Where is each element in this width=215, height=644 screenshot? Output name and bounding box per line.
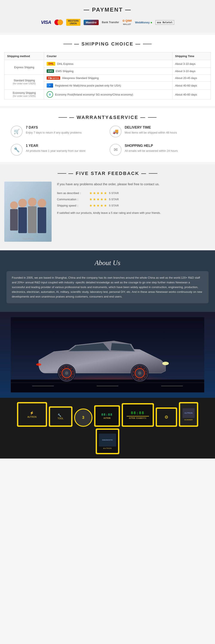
- star-badge-communication: 5 STAR: [109, 198, 119, 201]
- product-item: AUTRON SCANNER: [179, 402, 198, 427]
- svg-rect-8: [38, 207, 46, 233]
- western-union-icon: WESTERNUNION: [66, 18, 80, 26]
- warranty-item-help: ✉ SHOPPING HELP All emails will be answe…: [110, 144, 204, 156]
- about-title: About Us: [7, 259, 208, 267]
- warranty-year-title: 1 YEAR: [26, 144, 85, 148]
- warranty-delivery-desc: Most items will be shipped within 48 hou…: [125, 130, 177, 135]
- qiwi-icon: ⊙ QIWIWALLET: [122, 18, 132, 26]
- divider-right: [143, 44, 152, 44]
- col-courier: Courier: [44, 52, 172, 60]
- warranty-days-text: 7 DAYS Enjoy 7 days to return if any qua…: [26, 126, 82, 135]
- svg-rect-6: [28, 206, 37, 233]
- warranty-delivery-text: DELIVERY TIME Most items will be shipped…: [125, 126, 177, 135]
- fivestar-content: Team Photo If you have any problems abou…: [4, 182, 211, 242]
- star-badge-described: 5 STAR: [109, 192, 119, 195]
- boletol-icon: ▮▮▮ Boletol: [155, 18, 174, 26]
- about-body: Founded in 2005, we are based in Shangha…: [7, 271, 208, 303]
- fivestar-footer: If satisfied with our products, kindly l…: [57, 211, 211, 215]
- method-express: Express Shipping: [5, 60, 44, 75]
- fivestar-intro: If you have any problems about the order…: [57, 182, 211, 187]
- truck-icon: 🚚: [110, 126, 121, 138]
- svg-point-23: [162, 362, 169, 365]
- table-row: Econnomy Shipping(for order over USD5) 🌐…: [5, 90, 211, 100]
- svg-point-1: [10, 201, 18, 209]
- time-dhl: About 3-10 days: [172, 60, 211, 68]
- product-item: ⚙: [156, 408, 177, 427]
- warranty-header: — WARRANTY&SERVICE —: [4, 115, 211, 120]
- courier-ali: Ali▶xpress Aliexpress Standard Shipping: [44, 75, 172, 82]
- warranty-section: — WARRANTY&SERVICE — 🛒 7 DAYS Enjoy 7 da…: [0, 108, 215, 162]
- visa-icon: VISA: [41, 18, 51, 26]
- stars-described: ★ ★ ★ ★ ★: [89, 191, 107, 195]
- divider-right: [149, 173, 157, 174]
- svg-point-24: [36, 363, 41, 366]
- product-item: 88:88 AUTRON: [94, 405, 120, 427]
- shipping-table: Shipping method Courier Shipping Time Ex…: [4, 52, 211, 100]
- time-ems: About 3-10 days: [172, 68, 211, 75]
- products-section: ⚡ AUTRON 🔧 TOOL 3 88:88 AUTRON: [0, 398, 215, 458]
- col-time: Shipping Time: [172, 52, 211, 60]
- fivestar-title: — FIVE STAR FEEDBACK —: [68, 171, 147, 176]
- warranty-help-text: SHOPPING HELP All emails will be answere…: [125, 144, 178, 153]
- payment-title: — PAYMENT —: [4, 6, 211, 13]
- warranty-item-days: 🛒 7 DAYS Enjoy 7 days to return if any q…: [11, 126, 105, 138]
- mail-icon: ✉: [110, 144, 121, 156]
- rating-row-shipping: Shipping speed： ★ ★ ★ ★ ★ 5 STAR: [57, 204, 211, 208]
- divider-left: [63, 44, 72, 44]
- warranty-item-delivery: 🚚 DELIVERY TIME Most items will be shipp…: [110, 126, 204, 138]
- fivestar-text-area: If you have any problems about the order…: [57, 182, 211, 215]
- about-text: Founded in 2005, we are based in Shangha…: [12, 276, 203, 299]
- table-row: Express Shipping DHL DHL Express About 3…: [5, 60, 211, 68]
- svg-point-20: [138, 371, 141, 375]
- warranty-item-year: 🔧 1 YEAR All products have 1 year warran…: [11, 144, 105, 156]
- courier-economy: 🌐 Economy Post(finland economy/ SG econo…: [44, 90, 172, 100]
- about-section: About Us Founded in 2005, we are based i…: [0, 250, 215, 312]
- product-item: ⚡ AUTRON: [17, 402, 47, 427]
- stars-shipping: ★ ★ ★ ★ ★: [89, 204, 107, 208]
- bank-transfer-icon: Bank Transfer: [102, 18, 119, 26]
- airmail-icon: ✈: [47, 83, 53, 88]
- shipping-section: — SHIPPING CHOICE — Shipping method Cour…: [0, 35, 215, 106]
- warranty-year-desc: All products have 1 year warranty from o…: [26, 149, 85, 153]
- team-photo: Team Photo: [4, 182, 52, 242]
- economy-icon: 🌐: [47, 91, 53, 98]
- warranty-days-title: 7 DAYS: [26, 126, 82, 130]
- payment-section: — PAYMENT — VISA WESTERNUNION Maestro Ba…: [0, 0, 215, 33]
- product-item: 88:88 AUTRON DIAGNOSTIC: [122, 403, 154, 427]
- svg-point-3: [18, 199, 27, 207]
- svg-point-5: [28, 198, 37, 206]
- time-airmail: About 40-60 days: [172, 82, 211, 90]
- time-ali: About 20-45 days: [172, 75, 211, 82]
- svg-text:Team Photo: Team Photo: [22, 238, 34, 240]
- star-badge-shipping: 5 STAR: [109, 204, 119, 207]
- courier-dhl: DHL DHL Express: [44, 60, 172, 68]
- svg-point-17: [65, 371, 68, 375]
- fivestar-header: — FIVE STAR FEEDBACK —: [4, 171, 211, 176]
- courier-ems: EMS EMS Shipping: [44, 68, 172, 75]
- divider-left: [59, 117, 67, 118]
- warranty-year-text: 1 YEAR All products have 1 year warranty…: [26, 144, 85, 153]
- product-item: DIAGNOSTIC AUTRON: [96, 428, 119, 454]
- product-gauge: 3: [74, 408, 92, 427]
- maestro-icon: Maestro: [84, 18, 99, 26]
- cart-icon: 🛒: [11, 126, 23, 138]
- svg-rect-4: [18, 207, 27, 233]
- svg-point-7: [38, 199, 46, 207]
- warranty-title: — WARRANTY&SERVICE —: [69, 115, 146, 120]
- rating-row-described: Item as described： ★ ★ ★ ★ ★ 5 STAR: [57, 191, 211, 195]
- warranty-help-title: SHOPPING HELP: [125, 144, 178, 148]
- fivestar-section: — FIVE STAR FEEDBACK —: [0, 164, 215, 248]
- warranty-grid: 🛒 7 DAYS Enjoy 7 days to return if any q…: [4, 126, 211, 156]
- svg-rect-2: [10, 209, 18, 230]
- courier-airmail: ✈ Registered Air Mail(china post/e packe…: [44, 82, 172, 90]
- webmoney-icon: WebMoney ●: [135, 18, 152, 26]
- rating-label-communication: Communication：: [57, 198, 87, 201]
- warranty-help-desc: All emails will be answered within 24 ho…: [125, 149, 178, 153]
- mastercard-icon: [54, 18, 63, 26]
- rating-row-communication: Communication： ★ ★ ★ ★ ★ 5 STAR: [57, 197, 211, 201]
- table-row: Standard Shipping(for order over USD5) A…: [5, 75, 211, 82]
- car-section: [0, 312, 215, 398]
- product-grid: ⚡ AUTRON 🔧 TOOL 3 88:88 AUTRON: [4, 402, 211, 454]
- shipping-title: — SHIPPING CHOICE —: [74, 41, 141, 47]
- method-standard: Standard Shipping(for order over USD5): [5, 75, 44, 90]
